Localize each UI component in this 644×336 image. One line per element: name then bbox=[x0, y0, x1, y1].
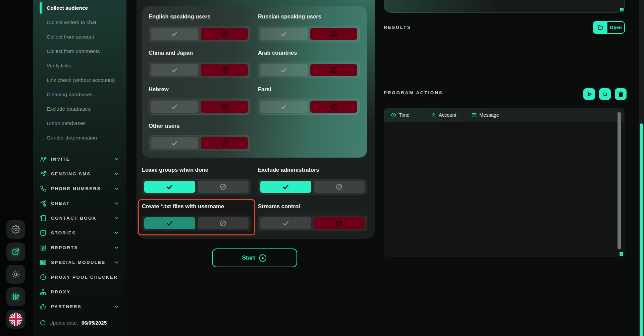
deny-button[interactable] bbox=[198, 181, 249, 193]
deny-button[interactable] bbox=[201, 28, 248, 40]
brightness-icon bbox=[11, 270, 20, 279]
deny-button[interactable] bbox=[198, 217, 249, 229]
toggle-label: Create *.txt files with username bbox=[142, 203, 251, 210]
allow-button[interactable] bbox=[151, 101, 198, 113]
chevron-down-icon bbox=[114, 245, 119, 250]
check-icon bbox=[171, 139, 178, 147]
resize-grip[interactable] bbox=[620, 8, 624, 11]
deny-button[interactable] bbox=[201, 137, 248, 149]
allow-button[interactable] bbox=[260, 181, 311, 193]
page-scrollbar[interactable] bbox=[639, 0, 644, 336]
deny-button[interactable] bbox=[310, 101, 358, 113]
check-icon bbox=[171, 30, 178, 38]
deny-button[interactable] bbox=[201, 64, 248, 76]
chevron-down-icon bbox=[114, 186, 119, 191]
program-actions-table: TimeAccountMessage bbox=[384, 108, 625, 257]
toggle-label: Exclude administrators bbox=[258, 167, 367, 173]
sidebar-section-proxy[interactable]: PROXY bbox=[33, 284, 126, 299]
toggle-label: Farsi bbox=[258, 86, 360, 93]
sidebar-section-partners[interactable]: PARTNERS bbox=[33, 299, 126, 314]
external-link-icon bbox=[11, 247, 20, 256]
deny-button[interactable] bbox=[310, 64, 358, 76]
rail-button-brightness[interactable] bbox=[6, 265, 25, 284]
rail-button-sliders[interactable] bbox=[6, 287, 25, 306]
table-header-label: Message bbox=[479, 112, 499, 118]
clock-icon bbox=[391, 112, 396, 118]
sidebar-section-label: INVITE bbox=[51, 157, 70, 162]
sidebar-section-special-modules[interactable]: SPECIAL MODULES bbox=[33, 255, 126, 270]
deny-button[interactable] bbox=[314, 217, 365, 229]
start-button[interactable]: Start bbox=[212, 248, 297, 267]
check-icon bbox=[166, 183, 173, 190]
rail-button-external-link[interactable] bbox=[6, 242, 25, 261]
stories-icon bbox=[40, 229, 47, 236]
sidebar-section-label: PHONE NUMBERS bbox=[51, 186, 101, 191]
chevron-down-icon bbox=[114, 260, 119, 265]
sidebar-section-sending-sms[interactable]: SENDING SMS bbox=[33, 166, 126, 181]
table-scrollbar-thumb[interactable] bbox=[618, 112, 621, 249]
rail-button-uk-flag[interactable] bbox=[6, 310, 25, 329]
results-heading: RESULTS bbox=[384, 25, 411, 30]
sidebar-section-label: PARTNERS bbox=[51, 304, 82, 309]
sidebar-item-collect-from-account[interactable]: Collect from account bbox=[41, 30, 121, 44]
sidebar-section-proxy-pool-checker[interactable]: PROXY POOL CHECKER bbox=[33, 270, 126, 284]
update-date-value: 06/05/2025 bbox=[82, 320, 107, 326]
refresh-icon[interactable] bbox=[40, 320, 46, 326]
sidebar-item-verify-links[interactable]: Verify links bbox=[41, 58, 121, 73]
sidebar-section-cheat[interactable]: CHEAT bbox=[33, 196, 126, 211]
sidebar-section-stories[interactable]: STORIES bbox=[33, 225, 126, 240]
toggle-group-exclude-administrators: Exclude administrators bbox=[258, 167, 367, 194]
log-output-box bbox=[384, 0, 625, 13]
allow-button[interactable] bbox=[260, 28, 308, 40]
check-icon bbox=[280, 30, 287, 38]
allow-button[interactable] bbox=[151, 28, 198, 40]
sidebar-item-cleaning-databases[interactable]: Cleaning databases bbox=[41, 87, 121, 102]
page-scrollbar-thumb[interactable] bbox=[640, 123, 643, 336]
run-button[interactable] bbox=[583, 88, 595, 100]
sidebar-item-union-databases[interactable]: Union databases bbox=[41, 116, 121, 130]
sidebar-item-gender-determination[interactable]: Gender determination bbox=[41, 130, 121, 145]
allow-button[interactable] bbox=[260, 101, 308, 113]
sidebar-item-collect-from-comments[interactable]: Collect from comments bbox=[41, 44, 121, 58]
deny-button[interactable] bbox=[314, 181, 365, 193]
rail-button-gear[interactable] bbox=[6, 220, 25, 239]
table-header-account: Account bbox=[431, 108, 456, 122]
stop-button[interactable] bbox=[599, 88, 611, 100]
proxy-icon bbox=[40, 288, 47, 295]
sidebar-item-collect-writers-to-chat[interactable]: Collect writers to chat bbox=[41, 15, 121, 30]
table-header-label: Account bbox=[439, 112, 456, 118]
allow-button[interactable] bbox=[144, 181, 195, 193]
clear-button[interactable] bbox=[615, 88, 627, 100]
allow-button[interactable] bbox=[151, 64, 198, 76]
sidebar-section-reports[interactable]: REPORTS bbox=[33, 240, 126, 255]
sidebar-submenu: Collect audienceCollect writers to chatC… bbox=[41, 0, 121, 146]
sidebar-section-label: PROXY bbox=[51, 289, 70, 294]
allow-button[interactable] bbox=[144, 217, 195, 229]
deny-button[interactable] bbox=[201, 101, 248, 113]
invite-icon bbox=[40, 156, 47, 163]
allow-button[interactable] bbox=[151, 137, 198, 149]
sidebar-section-phone-numbers[interactable]: PHONE NUMBERS bbox=[33, 181, 126, 196]
block-icon bbox=[219, 220, 227, 227]
update-date-row: Update date: 06/05/2025 bbox=[40, 320, 107, 326]
open-results-button[interactable]: Open bbox=[593, 21, 625, 34]
deny-button[interactable] bbox=[310, 28, 358, 40]
cheat-icon bbox=[40, 200, 47, 207]
sidebar-item-exclude-databases[interactable]: Exclude databases bbox=[41, 102, 121, 116]
sidebar-item-link-check-without-accounts[interactable]: Link check (without accounts) bbox=[41, 73, 121, 87]
check-icon bbox=[282, 220, 289, 227]
toggle-label: Leave groups when done bbox=[142, 167, 251, 173]
start-button-label: Start bbox=[242, 255, 255, 261]
toggle-box bbox=[149, 135, 250, 151]
toggle-box bbox=[258, 62, 360, 78]
block-icon bbox=[219, 183, 227, 190]
allow-button[interactable] bbox=[260, 217, 311, 229]
send-icon bbox=[40, 170, 47, 177]
resize-grip[interactable] bbox=[620, 252, 623, 256]
sidebar-section-invite[interactable]: INVITE bbox=[33, 152, 126, 166]
toggle-label: English speaking users bbox=[149, 13, 250, 20]
left-icon-rail bbox=[0, 0, 33, 336]
sidebar-section-contact-book[interactable]: CONTACT BOOK bbox=[33, 211, 126, 225]
sidebar-item-collect-audience[interactable]: Collect audience bbox=[41, 1, 121, 15]
allow-button[interactable] bbox=[260, 64, 308, 76]
